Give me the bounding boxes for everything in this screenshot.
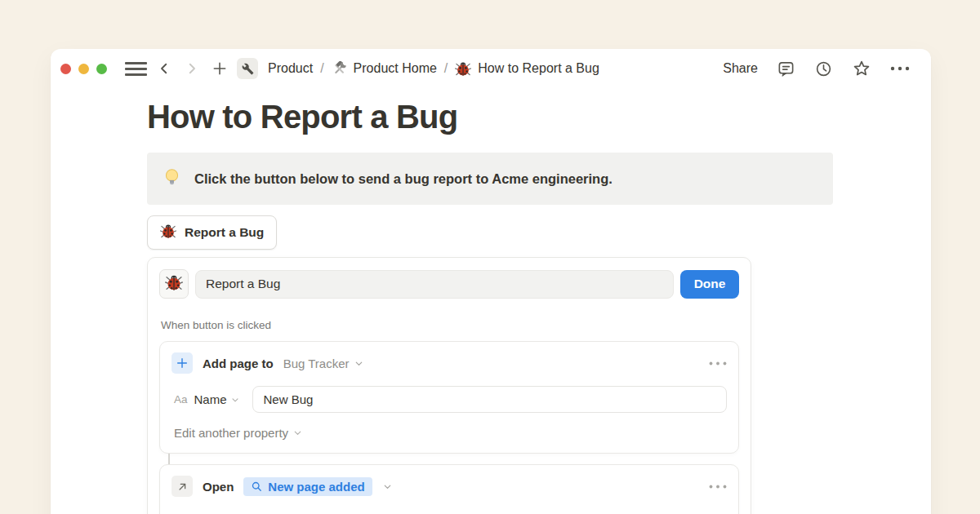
close-window-button[interactable] <box>60 64 71 74</box>
topbar-actions: Share <box>723 59 910 78</box>
breadcrumb-page-icon-box[interactable] <box>237 58 258 79</box>
breadcrumb-item-current-page[interactable]: How to Report a Bug <box>452 59 603 78</box>
done-button[interactable]: Done <box>680 270 739 299</box>
edit-another-property-button[interactable]: Edit another property <box>174 426 727 440</box>
trigger-section-label: When button is clicked <box>161 319 739 331</box>
ladybug-icon <box>160 223 176 242</box>
report-a-bug-button[interactable]: Report a Bug <box>147 215 277 250</box>
ladybug-icon <box>165 273 183 295</box>
callout-block: Click the button below to send a bug rep… <box>147 153 833 205</box>
sidebar-menu-icon[interactable] <box>125 62 147 76</box>
comment-icon <box>777 60 795 78</box>
minimize-window-button[interactable] <box>78 64 89 74</box>
breadcrumb-separator: / <box>444 61 448 76</box>
target-database-select[interactable]: Bug Tracker <box>283 357 364 370</box>
plus-icon <box>212 60 228 77</box>
button-name-input[interactable] <box>195 270 674 299</box>
property-row: Aa Name <box>172 386 727 413</box>
editor-header: Done <box>159 269 739 299</box>
step-action-label: Add page to <box>203 357 274 370</box>
ellipsis-icon <box>890 66 910 71</box>
chevron-down-icon[interactable] <box>382 481 393 492</box>
open-target-chip[interactable]: New page added <box>243 477 372 496</box>
page-content: How to Report a Bug Click the button bel… <box>51 99 931 514</box>
chevron-left-icon <box>157 61 172 76</box>
star-icon <box>852 59 871 78</box>
ellipsis-icon <box>709 361 727 366</box>
arrow-up-right-icon <box>176 481 189 493</box>
top-bar: Product / Product Home / How to Report a… <box>51 49 931 88</box>
step-card-open: Open New page added <box>159 464 739 514</box>
app-window: Product / Product Home / How to Report a… <box>51 49 931 514</box>
magnifier-icon <box>251 481 263 493</box>
chevron-right-icon <box>185 61 199 76</box>
button-icon-picker[interactable] <box>159 269 189 299</box>
ellipsis-icon <box>709 485 727 489</box>
step-action-label: Open <box>203 480 234 494</box>
property-name-select[interactable]: Name <box>194 392 240 406</box>
share-button[interactable]: Share <box>723 61 758 76</box>
hammer-wrench-icon <box>332 61 347 77</box>
comments-button[interactable] <box>777 60 795 78</box>
chevron-down-icon <box>354 358 364 369</box>
wrench-icon <box>242 63 254 75</box>
step-connector <box>168 454 739 464</box>
breadcrumb-item-product-home[interactable]: Product Home <box>328 60 440 78</box>
add-page-icon <box>172 352 193 374</box>
more-options-button[interactable] <box>890 66 910 71</box>
clock-icon <box>814 60 833 78</box>
breadcrumb-separator: / <box>320 61 323 76</box>
forward-button[interactable] <box>181 58 203 79</box>
lightbulb-icon <box>162 167 182 191</box>
property-value-input[interactable] <box>252 386 727 413</box>
plus-icon <box>176 357 189 370</box>
callout-text: Click the button below to send a bug rep… <box>194 171 612 187</box>
page-title: How to Report a Bug <box>147 99 931 135</box>
step-card-add-page: Add page to Bug Tracker Aa Name <box>159 341 739 454</box>
breadcrumb-item-product[interactable]: Product <box>265 60 316 78</box>
button-editor-panel: Done When button is clicked Add page to … <box>147 257 751 514</box>
window-controls <box>60 64 107 74</box>
favorite-button[interactable] <box>852 59 871 78</box>
ladybug-icon <box>455 60 471 77</box>
text-property-type-icon: Aa <box>174 393 188 405</box>
open-page-icon <box>172 476 193 497</box>
back-button[interactable] <box>154 58 175 79</box>
step-more-options-button[interactable] <box>709 361 727 366</box>
zoom-window-button[interactable] <box>96 64 107 74</box>
breadcrumb: Product / Product Home / How to Report a… <box>265 59 603 78</box>
chevron-down-icon <box>230 395 240 405</box>
new-page-button[interactable] <box>209 58 230 79</box>
chevron-down-icon <box>292 428 303 438</box>
history-button[interactable] <box>814 60 833 78</box>
step-more-options-button[interactable] <box>709 485 727 489</box>
